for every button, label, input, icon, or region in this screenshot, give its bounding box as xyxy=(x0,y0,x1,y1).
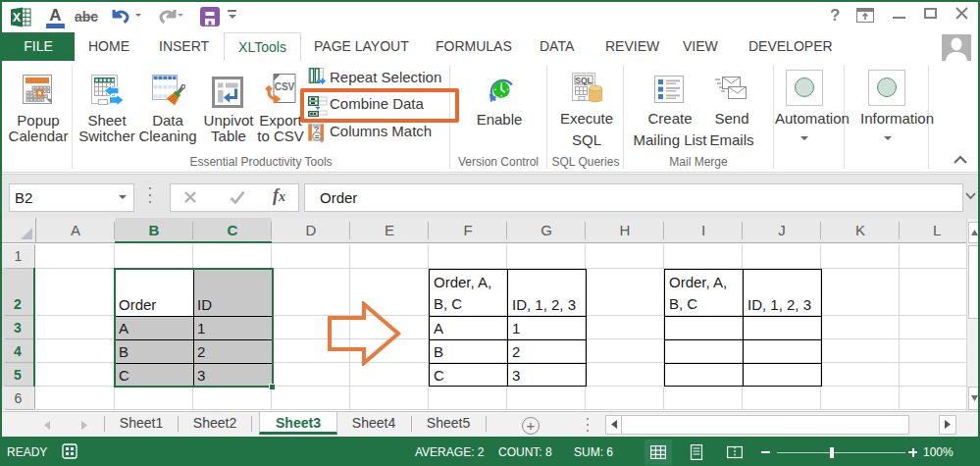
svg-text:SQL: SQL xyxy=(575,76,592,85)
svg-text:=: = xyxy=(315,132,320,141)
svg-text:X: X xyxy=(13,11,22,25)
svg-text:CSV: CSV xyxy=(275,81,295,92)
